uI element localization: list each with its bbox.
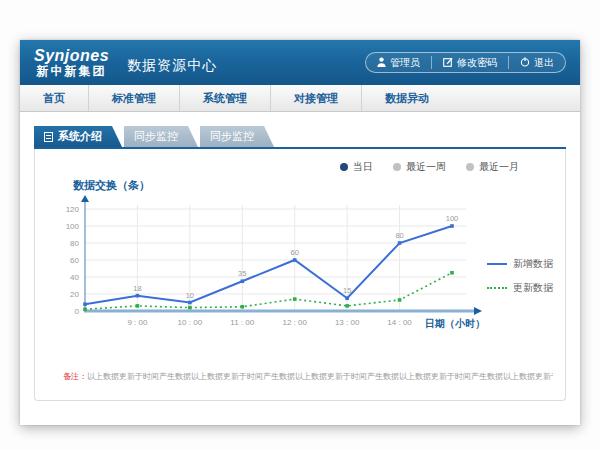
logo-cn-text: 新中新集团 [34, 65, 109, 78]
tab-label: 同步监控 [134, 129, 178, 144]
svg-text:35: 35 [238, 269, 246, 278]
chart-panel: 当日 最近一周 最近一月 数据交换（条） 0204060801001209 : … [34, 149, 566, 401]
svg-text:120: 120 [66, 205, 80, 214]
dotted-line-icon [487, 287, 507, 289]
svg-text:0: 0 [75, 307, 80, 316]
svg-text:100: 100 [446, 214, 459, 223]
chart-wrap: 0204060801001209 : 0010 : 0011 : 0012 : … [47, 195, 553, 349]
tab-label: 同步监控 [210, 129, 254, 144]
tab-system-intro[interactable]: 系统介绍 [34, 126, 122, 147]
y-tick-labels: 020406080100120 [66, 205, 80, 316]
svg-text:18: 18 [133, 284, 141, 293]
tab-label: 系统介绍 [58, 129, 102, 144]
svg-text:60: 60 [291, 248, 299, 257]
filter-today[interactable]: 当日 [340, 160, 373, 174]
filter-last-month[interactable]: 最近一月 [466, 160, 519, 174]
svg-text:20: 20 [70, 290, 79, 299]
radio-icon [393, 163, 401, 171]
svg-text:80: 80 [70, 239, 79, 248]
svg-text:80: 80 [395, 231, 403, 240]
svg-text:12 : 00: 12 : 00 [282, 318, 307, 327]
footnote: 备注：以上数据更新于时间产生数据以上数据更新于时间产生数据以上数据更新于时间产生… [63, 371, 553, 382]
legend-label: 新增数据 [513, 257, 553, 271]
logo: Synjones 新中新集团 [34, 48, 109, 77]
user-label: 管理员 [390, 56, 420, 70]
document-icon [44, 132, 53, 142]
nav-item-system-mgmt[interactable]: 系统管理 [179, 85, 270, 111]
filter-label: 当日 [353, 160, 373, 174]
nav-item-home[interactable]: 首页 [20, 85, 88, 111]
svg-text:11 : 00: 11 : 00 [230, 318, 254, 327]
filter-label: 最近一周 [406, 160, 446, 174]
svg-text:13 : 00: 13 : 00 [335, 318, 360, 327]
radio-icon [340, 163, 348, 171]
solid-line-icon [487, 263, 507, 265]
user-icon [377, 57, 386, 69]
svg-text:9 : 00: 9 : 00 [127, 318, 148, 327]
change-password-label: 修改密码 [457, 56, 497, 70]
filter-last-week[interactable]: 最近一周 [393, 160, 446, 174]
svg-text:15: 15 [343, 286, 351, 295]
legend-label: 更新数据 [513, 281, 553, 295]
logout-label: 退出 [534, 56, 554, 70]
nav-item-data-change[interactable]: 数据异动 [361, 85, 452, 111]
svg-text:40: 40 [70, 273, 79, 282]
user-button[interactable]: 管理员 [366, 56, 431, 69]
chart-svg: 0204060801001209 : 0010 : 0011 : 0012 : … [47, 195, 487, 345]
tab-sync-monitor-2[interactable]: 同步监控 [200, 126, 274, 147]
nav-item-standard-mgmt[interactable]: 标准管理 [88, 85, 179, 111]
legend-item-new-data[interactable]: 新增数据 [487, 257, 553, 271]
app-title: 数据资源中心 [127, 51, 217, 75]
content-area: 系统介绍 同步监控 同步监控 当日 最近一周 [20, 112, 580, 401]
line-chart: 0204060801001209 : 0010 : 0011 : 0012 : … [47, 195, 487, 349]
tab-sync-monitor-1[interactable]: 同步监控 [124, 126, 198, 147]
legend-item-updated-data[interactable]: 更新数据 [487, 281, 553, 295]
app-window: Synjones 新中新集团 数据资源中心 管理员 修改密码 退出 [20, 40, 580, 425]
svg-text:60: 60 [70, 256, 79, 265]
filter-label: 最近一月 [479, 160, 519, 174]
power-icon [520, 57, 530, 69]
radio-icon [466, 163, 474, 171]
y-axis-arrow-icon [81, 195, 89, 202]
logout-button[interactable]: 退出 [508, 56, 565, 69]
main-nav: 首页 标准管理 系统管理 对接管理 数据异动 [20, 85, 580, 112]
chart-x-axis-title: 日期（小时） [425, 318, 485, 329]
change-password-button[interactable]: 修改密码 [431, 56, 508, 69]
user-toolbar: 管理员 修改密码 退出 [365, 52, 566, 73]
svg-text:100: 100 [66, 222, 80, 231]
tab-bar: 系统介绍 同步监控 同步监控 [34, 126, 566, 149]
time-range-filters: 当日 最近一周 最近一月 [47, 157, 553, 174]
footnote-text: 以上数据更新于时间产生数据以上数据更新于时间产生数据以上数据更新于时间产生数据以… [87, 372, 553, 381]
app-header: Synjones 新中新集团 数据资源中心 管理员 修改密码 退出 [20, 40, 580, 85]
chart-y-axis-title: 数据交换（条） [73, 178, 553, 193]
nav-item-interface-mgmt[interactable]: 对接管理 [270, 85, 361, 111]
logo-en-text: Synjones [34, 48, 109, 65]
svg-text:10 : 00: 10 : 00 [178, 318, 203, 327]
chart-legend: 新增数据 更新数据 [487, 195, 553, 349]
svg-text:10: 10 [186, 291, 194, 300]
edit-icon [443, 57, 453, 69]
x-axis-arrow-icon [474, 307, 482, 315]
x-tick-labels: 9 : 0010 : 0011 : 0012 : 0013 : 0014 : 0… [127, 318, 412, 327]
footnote-label: 备注： [63, 372, 87, 381]
svg-text:14 : 00: 14 : 00 [387, 318, 412, 327]
